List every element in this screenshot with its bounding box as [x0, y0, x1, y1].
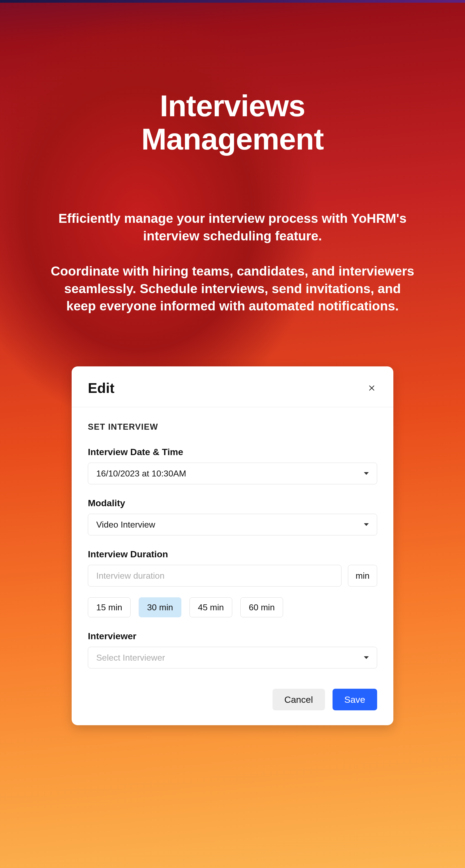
- save-button[interactable]: Save: [333, 689, 377, 710]
- interviewer-label: Interviewer: [88, 631, 377, 642]
- caret-down-icon: [364, 656, 369, 659]
- interviewer-placeholder: Select Interviewer: [96, 653, 165, 663]
- caret-down-icon: [364, 472, 369, 475]
- duration-chip-row: 15 min 30 min 45 min 60 min: [88, 597, 377, 617]
- datetime-field: Interview Date & Time 16/10/2023 at 10:3…: [88, 447, 377, 484]
- caret-down-icon: [364, 523, 369, 526]
- modality-label: Modality: [88, 498, 377, 508]
- modality-value: Video Interview: [96, 520, 155, 530]
- modal-body: SET INTERVIEW Interview Date & Time 16/1…: [72, 407, 393, 682]
- datetime-label: Interview Date & Time: [88, 447, 377, 457]
- duration-chip-60[interactable]: 60 min: [240, 597, 283, 617]
- page-subtitle: Efficiently manage your interview proces…: [49, 210, 416, 315]
- modality-field: Modality Video Interview: [88, 498, 377, 535]
- duration-chip-45[interactable]: 45 min: [189, 597, 232, 617]
- close-icon: [368, 384, 375, 392]
- interviewer-field: Interviewer Select Interviewer: [88, 631, 377, 669]
- page-container: Interviews Management Efficiently manage…: [0, 0, 465, 868]
- duration-chip-15[interactable]: 15 min: [88, 597, 131, 617]
- duration-chip-30[interactable]: 30 min: [139, 597, 181, 617]
- duration-field: Interview Duration min 15 min 30 min 45 …: [88, 549, 377, 617]
- duration-label: Interview Duration: [88, 549, 377, 559]
- subtitle-paragraph-2: Coordinate with hiring teams, candidates…: [51, 264, 414, 313]
- datetime-value: 16/10/2023 at 10:30AM: [96, 469, 186, 478]
- edit-modal: Edit SET INTERVIEW Interview Date & Time…: [72, 366, 393, 725]
- modal-title: Edit: [88, 380, 114, 396]
- modality-select[interactable]: Video Interview: [88, 514, 377, 535]
- duration-input[interactable]: [88, 565, 341, 587]
- modal-header: Edit: [72, 366, 393, 407]
- modal-footer: Cancel Save: [72, 682, 393, 725]
- title-line-1: Interviews: [160, 89, 305, 123]
- page-title: Interviews Management: [142, 89, 324, 156]
- title-line-2: Management: [142, 122, 324, 156]
- subtitle-paragraph-1: Efficiently manage your interview proces…: [58, 211, 406, 243]
- duration-unit: min: [348, 565, 377, 587]
- close-button[interactable]: [366, 383, 377, 394]
- duration-row: min: [88, 565, 377, 587]
- interviewer-select[interactable]: Select Interviewer: [88, 647, 377, 669]
- top-bar: [0, 0, 465, 3]
- cancel-button[interactable]: Cancel: [273, 689, 325, 710]
- section-header: SET INTERVIEW: [88, 422, 377, 432]
- datetime-select[interactable]: 16/10/2023 at 10:30AM: [88, 463, 377, 484]
